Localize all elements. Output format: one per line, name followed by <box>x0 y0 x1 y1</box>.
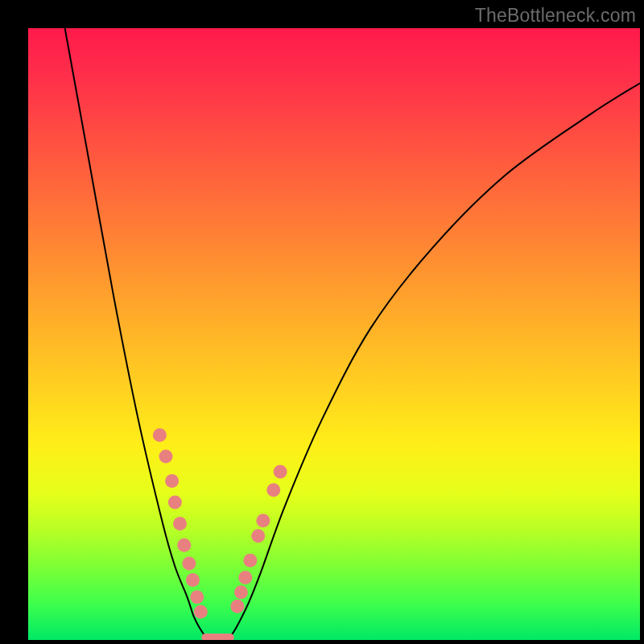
chart-svg <box>28 28 640 640</box>
watermark-text: TheBottleneck.com <box>475 5 636 27</box>
data-point <box>177 539 191 552</box>
scatter-dots <box>153 428 287 619</box>
data-point <box>251 529 265 543</box>
data-point <box>274 465 287 479</box>
data-point <box>243 554 257 568</box>
data-point <box>173 517 187 530</box>
data-point <box>168 496 182 510</box>
data-point <box>159 450 173 464</box>
plot-area <box>28 28 640 640</box>
outer-frame: TheBottleneck.com <box>0 0 644 644</box>
data-point <box>234 585 248 599</box>
data-point <box>165 474 179 488</box>
data-point <box>266 483 280 497</box>
data-point <box>256 514 270 527</box>
data-point <box>230 600 244 613</box>
data-point <box>153 428 167 442</box>
curve-right <box>230 83 640 637</box>
data-point <box>194 605 208 619</box>
data-point <box>190 590 204 604</box>
data-point <box>238 571 252 584</box>
data-point <box>182 557 196 571</box>
data-point <box>186 573 200 587</box>
